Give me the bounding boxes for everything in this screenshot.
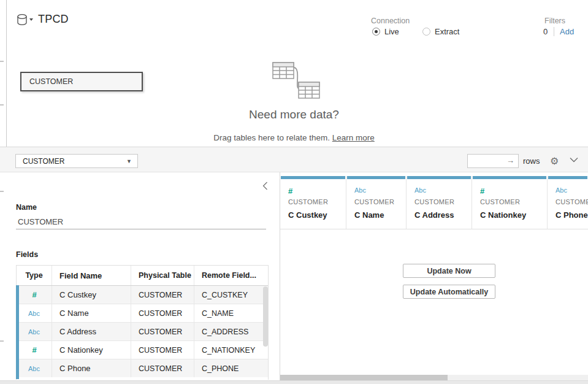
update-automatically-button[interactable]: Update Automatically bbox=[403, 285, 495, 299]
datasource-title[interactable]: TPCD bbox=[38, 13, 69, 26]
grid-column-table: CUSTOMER bbox=[480, 198, 520, 205]
filters-label: Filters bbox=[544, 17, 565, 25]
scrollbar-thumb[interactable] bbox=[280, 375, 448, 380]
relate-tables-illustration-icon bbox=[268, 60, 324, 102]
left-pane-divider bbox=[6, 0, 7, 147]
fields-table-accent-bar bbox=[16, 285, 19, 379]
rows-input-wrap: → bbox=[467, 154, 519, 168]
connection-extract-radio[interactable]: Extract bbox=[422, 27, 459, 36]
grid-column-c-address[interactable]: Abc CUSTOMER C Address bbox=[407, 176, 472, 229]
empty-state-hint: Drag tables here to relate them. Learn m… bbox=[0, 133, 588, 142]
number-type-icon: # bbox=[480, 186, 484, 196]
fields-table-scrollbar[interactable] bbox=[263, 286, 268, 377]
filters-add-link[interactable]: Add bbox=[560, 27, 574, 36]
edge-tick bbox=[0, 61, 4, 62]
table-selector-dropdown[interactable]: CUSTOMER ▼ bbox=[15, 154, 138, 168]
grid-column-field: C Nationkey bbox=[480, 210, 526, 220]
field-row-c-phone[interactable]: Abc C Phone CUSTOMER C_PHONE bbox=[17, 359, 268, 378]
rows-label: rows bbox=[523, 156, 540, 166]
grid-column-c-phone[interactable]: Abc CUSTOMER C Phone bbox=[548, 176, 588, 229]
collapse-panel-chevron-icon[interactable] bbox=[262, 182, 271, 191]
window-bottom-strip bbox=[0, 380, 588, 384]
rows-count-input[interactable] bbox=[467, 154, 519, 168]
grid-column-field: C Name bbox=[354, 210, 384, 220]
grid-column-table: CUSTOMER bbox=[414, 198, 454, 205]
connection-live-radio[interactable]: Live bbox=[372, 27, 399, 36]
grid-column-table: CUSTOMER bbox=[288, 198, 328, 205]
grid-column-table: CUSTOMER bbox=[556, 198, 588, 205]
field-row-c-nationkey[interactable]: # C Nationkey CUSTOMER C_NATIONKEY bbox=[17, 341, 268, 359]
string-type-icon[interactable]: Abc bbox=[28, 365, 40, 372]
filters-separator bbox=[554, 27, 554, 36]
collapse-datagrid-chevron-icon[interactable] bbox=[570, 157, 578, 163]
string-type-icon[interactable]: Abc bbox=[28, 310, 40, 317]
number-type-icon: # bbox=[288, 186, 292, 196]
field-row-c-address[interactable]: Abc C Address CUSTOMER C_ADDRESS bbox=[17, 323, 268, 341]
chevron-down-icon: ▼ bbox=[126, 158, 132, 164]
grid-column-field: C Custkey bbox=[288, 210, 327, 220]
gear-icon[interactable]: ⚙ bbox=[550, 155, 559, 167]
datasource-database-icon[interactable] bbox=[17, 13, 35, 27]
table-selector-value: CUSTOMER bbox=[23, 157, 64, 166]
fields-label: Fields bbox=[16, 250, 38, 259]
fields-table-header-row: Type Field Name Physical Table Remote Fi… bbox=[17, 266, 268, 286]
grid-header-divider bbox=[280, 229, 588, 229]
string-type-icon: Abc bbox=[354, 186, 366, 194]
grid-column-c-nationkey[interactable]: # CUSTOMER C Nationkey bbox=[472, 176, 548, 229]
string-type-icon: Abc bbox=[414, 186, 426, 194]
field-row-c-name[interactable]: Abc C Name CUSTOMER C_NAME bbox=[17, 304, 268, 323]
edge-tick bbox=[0, 191, 4, 192]
grid-column-table: CUSTOMER bbox=[354, 198, 394, 205]
string-type-icon: Abc bbox=[556, 186, 567, 194]
edge-tick bbox=[0, 340, 4, 342]
grid-column-c-custkey[interactable]: # CUSTOMER C Custkey bbox=[280, 176, 346, 229]
empty-state-title: Need more data? bbox=[0, 108, 588, 121]
name-label: Name bbox=[16, 203, 37, 212]
field-row-c-custkey[interactable]: # C Custkey CUSTOMER C_CUSTKEY bbox=[17, 286, 268, 304]
radio-unselected-icon bbox=[422, 28, 430, 36]
edge-tick bbox=[0, 104, 4, 106]
logical-table-label: CUSTOMER bbox=[29, 77, 73, 86]
scrollbar-thumb[interactable] bbox=[263, 286, 268, 347]
grid-column-field: C Address bbox=[414, 210, 454, 220]
number-type-icon[interactable]: # bbox=[32, 345, 36, 355]
col-header-physical-table[interactable]: Physical Table bbox=[131, 266, 194, 285]
grid-column-field: C Phone bbox=[556, 210, 588, 220]
connection-label: Connection bbox=[371, 17, 410, 25]
number-type-icon[interactable]: # bbox=[32, 290, 36, 299]
col-header-remote-field[interactable]: Remote Field... bbox=[194, 266, 268, 285]
grid-horizontal-scrollbar[interactable] bbox=[280, 375, 588, 380]
string-type-icon[interactable]: Abc bbox=[28, 328, 40, 336]
fields-table-clipped-row bbox=[16, 377, 269, 380]
logical-table-customer[interactable]: CUSTOMER bbox=[20, 72, 143, 91]
learn-more-link[interactable]: Learn more bbox=[332, 133, 375, 142]
grid-column-c-name[interactable]: Abc CUSTOMER C Name bbox=[346, 176, 407, 229]
col-header-field-name[interactable]: Field Name bbox=[52, 266, 131, 285]
radio-selected-icon bbox=[372, 28, 380, 36]
fields-table: Type Field Name Physical Table Remote Fi… bbox=[16, 265, 269, 379]
table-name-field[interactable]: CUSTOMER bbox=[16, 215, 266, 229]
update-now-button[interactable]: Update Now bbox=[403, 264, 495, 278]
col-header-type[interactable]: Type bbox=[17, 266, 52, 285]
filters-count: 0 bbox=[543, 27, 548, 36]
empty-state-hint-text: Drag tables here to relate them. bbox=[213, 133, 332, 142]
